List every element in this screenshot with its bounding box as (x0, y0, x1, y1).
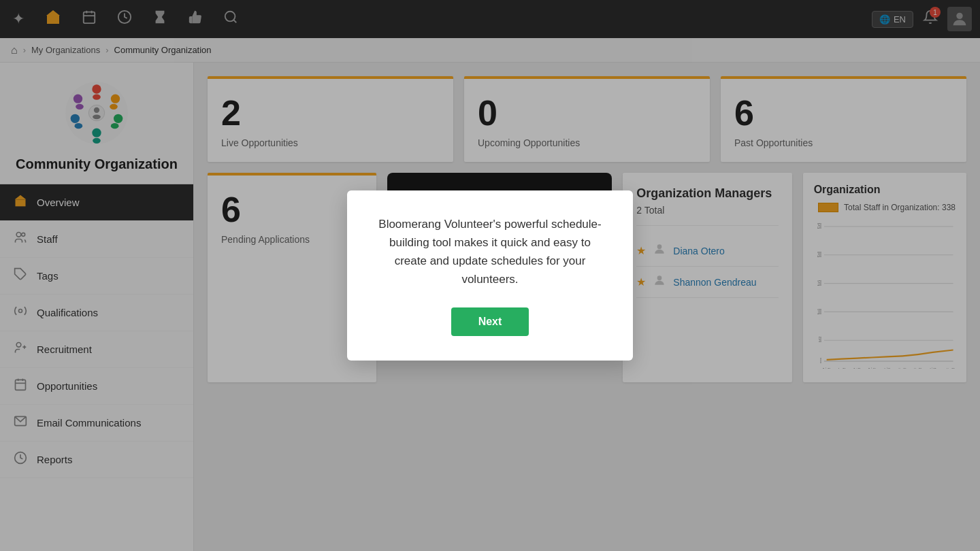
modal-text: Bloomerang Volunteer's powerful schedule… (374, 215, 606, 289)
next-button[interactable]: Next (451, 307, 529, 336)
modal-overlay[interactable]: Bloomerang Volunteer's powerful schedule… (0, 0, 980, 551)
modal-dialog: Bloomerang Volunteer's powerful schedule… (347, 190, 633, 361)
